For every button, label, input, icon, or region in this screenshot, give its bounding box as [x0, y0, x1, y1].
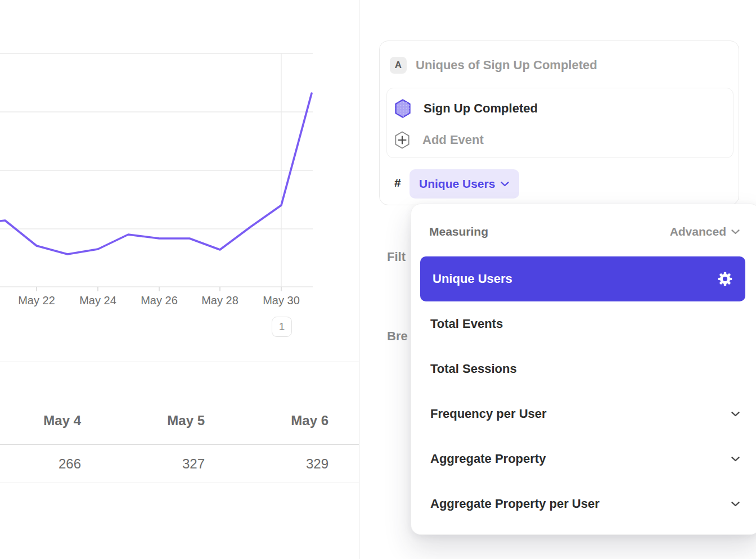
- x-axis-label: May 26: [132, 294, 186, 307]
- menu-item-aggregate-property-per-user[interactable]: Aggregate Property per User: [411, 481, 756, 526]
- menu-item-unique-users[interactable]: Unique Users: [420, 256, 745, 301]
- menu-item-label: Aggregate Property: [430, 452, 546, 466]
- table-cell: 266: [0, 456, 81, 472]
- measuring-dropdown-menu: Measuring Advanced Unique Users Total Ev…: [411, 204, 756, 535]
- event-hexagon-icon: [394, 99, 411, 118]
- table-cell: 327: [92, 456, 205, 472]
- table-cell: 329: [216, 456, 328, 472]
- query-builder-panel: A Uniques of Sign Up Completed Sign Up C…: [379, 40, 739, 205]
- pane-divider: [359, 0, 359, 559]
- chevron-down-icon: [731, 412, 740, 417]
- event-name: Sign Up Completed: [424, 101, 538, 116]
- chevron-down-icon: [501, 182, 509, 187]
- breakdown-section-label: Bre: [387, 329, 408, 344]
- x-axis-label: May 28: [193, 294, 247, 307]
- menu-item-label: Aggregate Property per User: [430, 497, 600, 511]
- chevron-down-icon: [731, 229, 740, 235]
- menu-item-label: Total Sessions: [430, 362, 517, 376]
- table-header: May 5: [92, 412, 205, 429]
- series-line: [0, 93, 312, 254]
- menu-item-total-events[interactable]: Total Events: [411, 301, 756, 346]
- menu-item-label: Frequency per User: [430, 407, 547, 421]
- add-event-plus-icon: [394, 131, 410, 149]
- gear-icon[interactable]: [717, 271, 733, 287]
- chart-pane: May 22May 24May 26May 28May 30 1 May 4 M…: [0, 0, 359, 559]
- metric-row: # Unique Users: [380, 169, 739, 199]
- x-axis-label: May 24: [71, 294, 125, 307]
- menu-item-label: Unique Users: [433, 272, 512, 286]
- pagination-badge[interactable]: 1: [272, 317, 292, 337]
- measuring-label: Measuring: [429, 225, 488, 238]
- query-title: Uniques of Sign Up Completed: [416, 57, 597, 74]
- table-header: May 4: [0, 412, 81, 429]
- add-event-button[interactable]: Add Event: [387, 123, 733, 157]
- menu-item-frequency-per-user[interactable]: Frequency per User: [411, 391, 756, 436]
- measuring-menu-header: Measuring Advanced: [429, 219, 740, 245]
- advanced-toggle[interactable]: Advanced: [670, 225, 740, 238]
- filter-section-label: Filt: [387, 250, 406, 264]
- event-row-signup[interactable]: Sign Up Completed: [387, 92, 733, 125]
- x-axis-label: May 30: [254, 294, 308, 307]
- menu-item-label: Total Events: [430, 317, 503, 331]
- measuring-menu-items: Unique Users Total Events Total Sessions: [411, 256, 756, 526]
- menu-item-aggregate-property[interactable]: Aggregate Property: [411, 436, 756, 481]
- metric-selector-chip[interactable]: Unique Users: [410, 169, 519, 199]
- menu-item-total-sessions[interactable]: Total Sessions: [411, 346, 756, 391]
- metric-value: Unique Users: [419, 177, 495, 191]
- add-event-label: Add Event: [422, 133, 484, 147]
- table-top-divider: [0, 362, 359, 362]
- table-header-divider: [0, 444, 359, 445]
- chevron-down-icon: [731, 457, 740, 462]
- series-a-badge[interactable]: A: [390, 57, 407, 74]
- x-axis-label: May 22: [10, 294, 64, 307]
- table-row-divider: [0, 483, 359, 483]
- metric-hash-prefix: #: [394, 176, 401, 190]
- advanced-label: Advanced: [670, 225, 726, 238]
- line-chart[interactable]: [0, 51, 313, 298]
- table-header: May 6: [216, 412, 328, 429]
- chevron-down-icon: [731, 502, 740, 507]
- event-card: Sign Up Completed Add Event: [386, 88, 734, 158]
